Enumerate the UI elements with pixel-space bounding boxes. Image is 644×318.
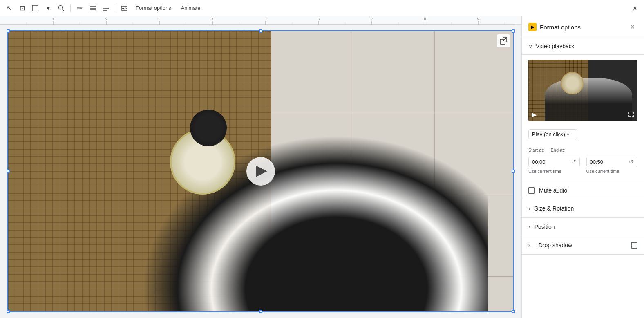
drop-shadow-left: › Drop shadow bbox=[528, 242, 572, 249]
handle-bottom-center[interactable] bbox=[259, 310, 262, 313]
preview-background bbox=[528, 60, 637, 121]
handle-top-left[interactable] bbox=[7, 29, 10, 33]
video-playback-section: ∨ Video playback ▶ bbox=[522, 38, 644, 199]
svg-text:8: 8 bbox=[424, 17, 426, 21]
use-current-end-link[interactable]: Use current time bbox=[586, 169, 638, 174]
video-playback-header[interactable]: ∨ Video playback bbox=[522, 38, 644, 55]
drop-shadow-section[interactable]: › Drop shadow bbox=[522, 236, 644, 255]
play-mode-dropdown-icon: ▾ bbox=[567, 132, 569, 137]
position-chevron-icon: › bbox=[528, 224, 530, 230]
more-shapes-button[interactable]: ▾ bbox=[42, 2, 54, 14]
svg-rect-0 bbox=[32, 5, 38, 11]
canvas-area: 1 2 3 4 5 6 7 8 9 bbox=[0, 16, 521, 318]
drop-shadow-checkbox[interactable] bbox=[631, 242, 637, 249]
play-mode-row: Play (on click) ▾ bbox=[522, 126, 644, 144]
use-current-time-row: Use current time Use current time bbox=[528, 167, 637, 179]
video-frame[interactable] bbox=[7, 30, 514, 312]
ruler: 1 2 3 4 5 6 7 8 9 bbox=[0, 16, 521, 25]
svg-line-11 bbox=[123, 8, 125, 9]
close-panel-button[interactable]: × bbox=[628, 22, 637, 32]
mute-audio-row: Mute audio bbox=[522, 182, 644, 199]
play-mode-select[interactable]: Play (on click) ▾ bbox=[528, 129, 577, 139]
size-rotation-chevron-icon: › bbox=[528, 205, 530, 212]
svg-text:4: 4 bbox=[211, 17, 213, 21]
collapse-toolbar-button[interactable]: ∧ bbox=[629, 2, 641, 14]
drop-shadow-label: Drop shadow bbox=[539, 242, 572, 249]
divider-1 bbox=[70, 4, 71, 12]
handle-bottom-left[interactable] bbox=[7, 310, 10, 313]
select-tool-button[interactable]: ↖ bbox=[3, 2, 15, 14]
mute-audio-checkbox[interactable] bbox=[528, 187, 535, 194]
svg-line-2 bbox=[62, 9, 64, 11]
search-tool-button[interactable] bbox=[56, 2, 67, 14]
handle-top-right[interactable] bbox=[512, 29, 515, 33]
pencil-tool-button[interactable]: ✏ bbox=[74, 2, 85, 14]
shape-tool-button[interactable] bbox=[29, 2, 41, 14]
main-area: 1 2 3 4 5 6 7 8 9 bbox=[0, 16, 644, 318]
preview-play-button[interactable]: ▶ bbox=[532, 111, 537, 119]
format-panel: ▶ Format options × ∨ Video playback ▶ bbox=[521, 16, 644, 318]
image-tool-button[interactable] bbox=[119, 2, 130, 14]
play-triangle-icon bbox=[256, 166, 267, 177]
slide-canvas[interactable] bbox=[0, 25, 521, 318]
position-section[interactable]: › Position bbox=[522, 218, 644, 236]
video-playback-chevron-icon: ∨ bbox=[528, 43, 532, 49]
play-mode-value: Play (on click) bbox=[532, 131, 565, 137]
svg-text:3: 3 bbox=[158, 17, 160, 21]
time-section: Start at: End at: ↺ ↺ Use current time U bbox=[522, 144, 644, 182]
svg-point-1 bbox=[59, 5, 63, 9]
svg-text:6: 6 bbox=[318, 17, 320, 21]
drop-shadow-chevron-icon: › bbox=[528, 242, 530, 249]
text-tool-button[interactable] bbox=[100, 2, 112, 14]
preview-fullscreen-button[interactable] bbox=[628, 112, 634, 119]
start-time-input[interactable] bbox=[532, 159, 570, 165]
start-time-reset-icon[interactable]: ↺ bbox=[571, 159, 576, 165]
svg-text:2: 2 bbox=[105, 17, 107, 21]
panel-title: Format options bbox=[540, 24, 628, 31]
divider-2 bbox=[115, 4, 115, 12]
crop-tool-button[interactable]: ⊡ bbox=[16, 2, 28, 14]
svg-text:5: 5 bbox=[264, 17, 266, 21]
size-rotation-label: Size & Rotation bbox=[534, 205, 574, 212]
svg-text:1: 1 bbox=[52, 17, 54, 21]
play-button[interactable] bbox=[246, 157, 275, 186]
panel-header: ▶ Format options × bbox=[522, 16, 644, 38]
handle-mid-left[interactable] bbox=[7, 170, 10, 173]
animate-button[interactable]: Animate bbox=[177, 3, 205, 13]
preview-bowl bbox=[561, 72, 584, 94]
pet-silhouette bbox=[109, 87, 488, 311]
format-options-button[interactable]: Format options bbox=[132, 3, 175, 13]
end-time-input-group: ↺ bbox=[586, 157, 638, 167]
handle-mid-right[interactable] bbox=[512, 170, 515, 173]
end-at-label: End at: bbox=[551, 148, 565, 152]
video-preview-thumbnail[interactable]: ▶ bbox=[528, 60, 637, 121]
start-time-input-group: ↺ bbox=[528, 157, 580, 167]
time-input-row: ↺ ↺ bbox=[528, 157, 637, 167]
handle-bottom-right[interactable] bbox=[512, 310, 515, 313]
position-label: Position bbox=[534, 224, 555, 230]
video-playback-label: Video playback bbox=[536, 43, 575, 49]
preview-pet bbox=[545, 78, 632, 121]
end-time-input[interactable] bbox=[590, 159, 628, 165]
end-time-reset-icon[interactable]: ↺ bbox=[629, 159, 634, 165]
ruler-svg: 1 2 3 4 5 6 7 8 9 bbox=[0, 16, 521, 25]
toolbar: ↖ ⊡ ▾ ✏ Format options Animate ∧ bbox=[0, 0, 644, 16]
line-tool-button[interactable] bbox=[87, 2, 98, 14]
start-at-label: Start at: bbox=[528, 148, 544, 152]
svg-text:7: 7 bbox=[371, 17, 373, 21]
pet-head bbox=[190, 110, 227, 146]
svg-line-12 bbox=[125, 8, 125, 9]
handle-top-center[interactable] bbox=[259, 29, 262, 33]
use-current-start-link[interactable]: Use current time bbox=[528, 169, 580, 174]
open-video-button[interactable] bbox=[497, 34, 510, 47]
svg-text:9: 9 bbox=[477, 17, 479, 21]
mute-audio-label: Mute audio bbox=[539, 187, 567, 194]
time-labels-row: Start at: End at: bbox=[528, 148, 637, 154]
size-rotation-section[interactable]: › Size & Rotation bbox=[522, 199, 644, 218]
panel-icon: ▶ bbox=[528, 23, 537, 31]
